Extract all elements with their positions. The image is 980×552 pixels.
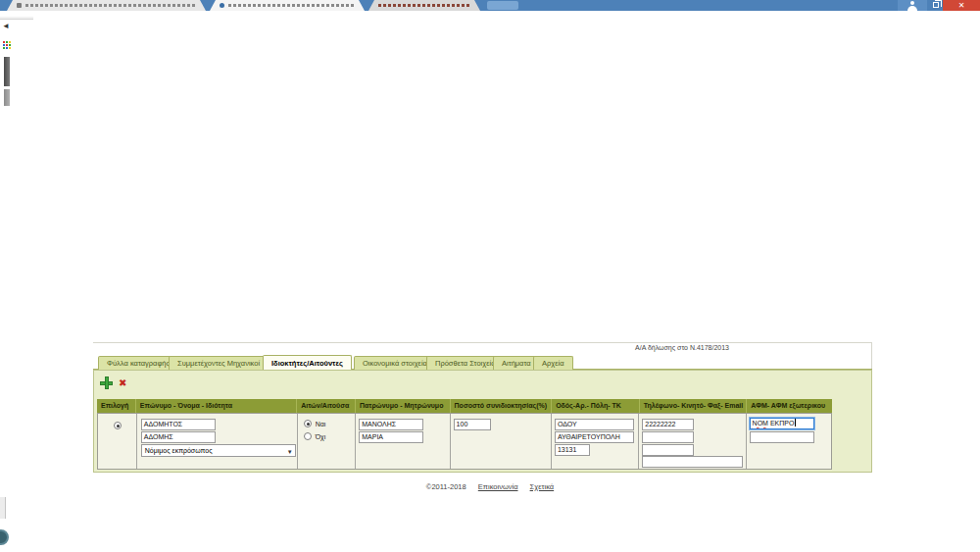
tab-symmetexontes-mixanikoi[interactable]: Συμμετέχοντες Μηχανικοί xyxy=(169,356,269,370)
father-name-input[interactable]: ΜΑΝΟΛΗΣ xyxy=(359,419,423,430)
tab-idioktites-aitountes[interactable]: Ιδιοκτήτες/Αιτούντες xyxy=(263,355,352,370)
cell-name: ΑΔΟΜΗΤΟΣ ΑΔΟΜΗΣ Νόμιμος εκπρόσωπος ▼ xyxy=(137,414,298,469)
cell-afm: ΝΟΜ ΕΚΠΡΟ xyxy=(747,414,831,469)
delete-row-button[interactable]: ✖ xyxy=(119,377,126,388)
edge-widget-icon[interactable] xyxy=(0,529,9,545)
cell-select xyxy=(98,414,137,469)
edge-panel-fragment xyxy=(0,497,6,519)
afm-text-misspelled: ΝΟΜ xyxy=(753,420,768,427)
street-input[interactable]: ΟΔΟΥ xyxy=(555,419,634,430)
plus-icon xyxy=(105,376,109,389)
add-row-button[interactable] xyxy=(100,376,113,389)
person-icon xyxy=(910,1,914,5)
cell-contact: 22222222 xyxy=(639,414,746,469)
vertical-bar-light xyxy=(4,89,10,106)
contact-link[interactable]: Επικοινωνία xyxy=(478,482,518,491)
new-tab-button[interactable] xyxy=(487,1,518,10)
col-header-tilefono: Τηλέφωνο- Κινητό- Φαξ- Email xyxy=(640,399,748,413)
restore-icon xyxy=(933,2,939,8)
back-arrow-icon[interactable]: ◄ xyxy=(2,23,10,30)
col-header-patronymo: Πατρώνυμο - Μητρώνυμο xyxy=(356,399,451,413)
col-header-odos: Οδός-Αρ.- Πόλη- ΤΚ xyxy=(552,399,640,413)
col-header-onoma: Επώνυμο - Όνομα - Ιδιότητα xyxy=(136,399,297,413)
capacity-select-value: Νόμιμος εκπρόσωπος xyxy=(145,447,213,454)
vertical-bar-dark xyxy=(4,57,10,86)
applicant-no-label: Όχι xyxy=(316,433,326,440)
mobile-input[interactable] xyxy=(642,431,694,443)
declaration-reference-label: Α/Α δήλωσης στο Ν.4178/2013 xyxy=(635,344,729,351)
ownership-percent-input[interactable]: 100 xyxy=(454,419,491,430)
col-header-afm: ΑΦΜ- ΑΦΜ εξωτερικου xyxy=(747,399,832,413)
owners-table-header: Επιλογή Επώνυμο - Όνομα - Ιδιότητα Αιτών… xyxy=(97,399,832,413)
about-link[interactable]: Σχετικά xyxy=(530,482,555,491)
tab-fylla-katagrafis[interactable]: Φύλλα καταγραφής xyxy=(98,356,178,370)
favicon-icon xyxy=(220,3,224,8)
owners-table: Επιλογή Επώνυμο - Όνομα - Ιδιότητα Αιτών… xyxy=(97,399,832,470)
cell-applicant: Ναι Όχι xyxy=(298,414,357,469)
afm-text: ΕΚΠΡΟ xyxy=(768,420,794,427)
browser-tab-title xyxy=(228,4,355,7)
browser-titlebar: ✕ xyxy=(0,0,980,11)
col-header-aiton: Αιτών/Αιτούσα xyxy=(297,399,356,413)
screen: ✕ ◄ Α/Α δήλωσης στο Ν.4178/2013 Φύλλα κα… xyxy=(0,0,980,552)
toolbar-fragment xyxy=(0,17,33,20)
owner-row: ΑΔΟΜΗΤΟΣ ΑΔΟΜΗΣ Νόμιμος εκπρόσωπος ▼ Ναι… xyxy=(97,413,832,470)
row-select-radio[interactable] xyxy=(114,422,122,429)
phone-input[interactable]: 22222222 xyxy=(642,419,694,430)
cell-address: ΟΔΟΥ ΑΥΘΑΙΡΕΤΟΥΠΟΛΗ 13131 xyxy=(552,414,639,469)
chevron-down-icon: ▼ xyxy=(287,447,293,457)
tab-arxeia[interactable]: Αρχεία xyxy=(533,356,573,370)
text-caret xyxy=(795,419,796,427)
owners-panel: ✖ Επιλογή Επώνυμο - Όνομα - Ιδιότητα Αιτ… xyxy=(93,370,872,473)
fax-input[interactable] xyxy=(642,444,694,456)
capacity-select[interactable]: Νόμιμος εκπρόσωπος ▼ xyxy=(141,444,296,457)
browser-tab-title xyxy=(25,4,196,7)
afm-input[interactable]: ΝΟΜ ΕΚΠΡΟ xyxy=(750,418,814,429)
applicant-yes-label: Ναι xyxy=(316,421,326,427)
email-input[interactable] xyxy=(642,456,743,468)
favicon-icon xyxy=(17,3,22,8)
close-window-button[interactable]: ✕ xyxy=(943,0,980,11)
apps-grid-icon[interactable] xyxy=(3,41,13,51)
copyright-text: ©2011-2018 xyxy=(426,482,466,491)
city-input[interactable]: ΑΥΘΑΙΡΕΤΟΥΠΟΛΗ xyxy=(555,431,634,443)
cell-percent: 100 xyxy=(451,414,552,469)
afm-foreign-input[interactable] xyxy=(750,431,814,443)
restore-window-button[interactable] xyxy=(929,0,943,11)
module-tabstrip: Φύλλα καταγραφής Συμμετέχοντες Μηχανικοί… xyxy=(93,355,872,370)
browser-tab-2[interactable] xyxy=(210,0,365,11)
surname-input[interactable]: ΑΔΟΜΗΤΟΣ xyxy=(141,419,216,430)
user-account-button[interactable] xyxy=(898,0,927,11)
postal-code-input[interactable]: 13131 xyxy=(555,444,590,456)
applicant-no-radio[interactable] xyxy=(304,432,312,440)
mother-name-input[interactable]: ΜΑΡΙΑ xyxy=(359,431,423,443)
given-name-input[interactable]: ΑΔΟΜΗΣ xyxy=(141,431,216,443)
tab-oikonomika-stoixeia[interactable]: Οικονομικά στοιχεία xyxy=(354,356,436,370)
browser-tab-3[interactable] xyxy=(368,0,480,11)
browser-tab-title xyxy=(378,4,470,7)
applicant-yes-radio[interactable] xyxy=(304,420,312,427)
person-icon xyxy=(907,6,917,11)
col-header-pososto: Ποσοστό συνιδιοκτησίας(%) xyxy=(451,399,553,413)
col-header-epilogi: Επιλογή xyxy=(97,399,136,413)
cell-parents: ΜΑΝΟΛΗΣ ΜΑΡΙΑ xyxy=(356,414,450,469)
browser-tab-1[interactable] xyxy=(7,0,206,11)
declaration-module: Α/Α δήλωσης στο Ν.4178/2013 Φύλλα καταγρ… xyxy=(93,342,872,473)
page-footer: ©2011-2018 Επικοινωνία Σχετικά xyxy=(0,482,980,491)
